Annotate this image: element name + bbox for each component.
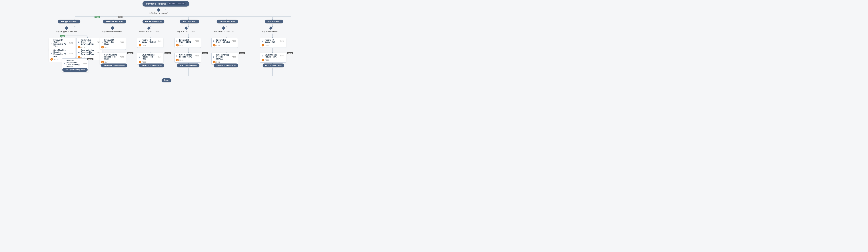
yes-badge-file-types: YES [60, 35, 65, 37]
any-file-types-diamond [65, 26, 68, 30]
sha256-done-node[interactable]: SHA256 Hunting Done [211, 64, 241, 67]
hx-query-md5-box[interactable]: ► FireEye HX Query - MD5 R302 ! R302 [260, 38, 286, 48]
hx-pe-title: FireEye HX Query - Executable PE Type [54, 39, 68, 47]
arrow-save-fn: ► [101, 56, 103, 58]
trigger-label: Playbook Triggered [146, 3, 166, 5]
fireeye-decision[interactable]: Is FireEye HX enabled? [149, 9, 168, 14]
hx-query-filepath-box[interactable]: ► FireEye HX Query - File Path R131 ! R1… [137, 38, 163, 48]
hx-query-sha256-box[interactable]: ► FireEye HX Query - SHA256 R122 ! R122 [211, 38, 238, 48]
md5-label: MD5 Indicators [265, 20, 283, 24]
decision-diamond [157, 8, 160, 12]
any-file-names-diamond [111, 26, 115, 30]
sha256-indicators-node[interactable]: SHA256 Indicators [211, 20, 243, 24]
hx-sha1-title: FireEye HX Query - SHA1 [179, 39, 194, 43]
save-md5-box[interactable]: ► Save Matching Results - MD5 R303 ! R30… [260, 52, 286, 63]
any-md5-diamond [269, 26, 273, 30]
any-file-paths-decision[interactable]: Any file paths to hunt for? [138, 27, 159, 33]
arrow-fn: ► [101, 41, 103, 43]
any-file-paths-label: Any file paths to hunt for? [138, 31, 159, 33]
else-badge-file-name: ELSE [127, 52, 133, 54]
arrow-fp: ► [139, 40, 141, 42]
else-badge-md5: ELSE [287, 52, 293, 54]
arrow-md5: ► [261, 40, 264, 42]
any-md5-decision[interactable]: Any MD5 to hunt for? [262, 27, 280, 33]
any-file-paths-diamond [147, 26, 151, 30]
trigger-badge: Handle / Escalate [168, 2, 186, 5]
else-badge-sha1: ELSE [202, 52, 208, 54]
save-sha256-title: Save Matching Results - SHA256 [216, 54, 231, 60]
arrow-icon: ► [50, 42, 53, 44]
save-sha1-icon: ! [176, 59, 179, 61]
save-fp-title: Save Matching Results - File Path [142, 54, 157, 60]
arrow-remove-dups: ► [63, 62, 66, 65]
md5-done-label: MD5 Hunting Done [263, 64, 284, 67]
save-sha1-title: Save Matching Results - SHA1 [179, 54, 194, 58]
save-sha1-box[interactable]: ► Save Matching Results - SHA1 R181 ! R1… [175, 52, 201, 63]
md5-done-node[interactable]: MD5 Hunting Done [260, 64, 287, 67]
save-dl-title: Save Matching Results - File Download Ty… [81, 49, 96, 55]
any-sha256-diamond [222, 26, 225, 30]
file-type-label: File Type Indicators [58, 20, 80, 24]
hx-md5-title: FireEye HX Query - MD5 [265, 39, 280, 43]
save-fn-title: Save Matching Results - File Name [104, 54, 119, 60]
done-node[interactable]: Done [151, 78, 181, 82]
any-file-types-label: Any file types to hunt for? [56, 31, 77, 33]
file-type-done-label: File Type Hunting Done [62, 68, 88, 72]
save-md5-icon: ! [261, 59, 264, 61]
sha256-label: SHA256 Indicators [217, 20, 238, 24]
save-sha256-box[interactable]: ► Save Matching Results - SHA256 R182 ! … [211, 52, 238, 65]
file-name-done-label: File Name Hunting Done [101, 64, 127, 67]
yes-badge-main: YES [95, 16, 100, 18]
done-label: Done [162, 78, 171, 82]
fireeye-decision-label: Is FireEye HX enabled? [149, 12, 168, 14]
file-name-label: File Name Indicators [103, 20, 126, 24]
arrow-save-sha256: ► [213, 56, 215, 58]
any-file-names-label: Any file names to hunt for? [102, 31, 123, 33]
save-filepath-box[interactable]: ► Save Matching Results - File Path R180… [137, 52, 163, 65]
save-pe-title: Save Matching Results - Executable PE ty… [54, 49, 68, 57]
file-name-indicators-node[interactable]: File Name Indicators [98, 20, 131, 24]
any-sha1-label: Any SHA1 to hunt for? [177, 31, 195, 33]
any-md5-label: Any MD5 to hunt for? [262, 31, 280, 33]
sha1-done-node[interactable]: SHA1 Hunting Done [174, 64, 202, 67]
any-sha256-decision[interactable]: Any SHA256 to hunt for? [214, 27, 234, 33]
hx-fp-title: FireEye HX Query - File Path [142, 39, 157, 43]
any-sha1-decision[interactable]: Any SHA1 to hunt for? [177, 27, 195, 33]
any-sha256-label: Any SHA256 to hunt for? [214, 31, 234, 33]
file-type-indicators-node[interactable]: File Type Indicators [51, 20, 87, 24]
arrow-save-md5: ► [261, 55, 264, 57]
else-badge-file-type: ELSE [87, 58, 93, 60]
any-sha1-diamond [184, 26, 188, 30]
file-path-indicators-node[interactable]: File Path Indicators [137, 20, 170, 24]
hx-dl-title: FireEye HX Query - File Download Type [81, 39, 96, 45]
file-type-done-node[interactable]: File Type Hunting Done [60, 68, 90, 72]
arrow-save-fp: ► [139, 56, 141, 58]
sha1-indicators-node[interactable]: SHA1 Indicators [175, 20, 205, 24]
sha1-done-label: SHA1 Hunting Done [177, 64, 199, 67]
remove-dups-title: Remove Duplications From Matching Result… [66, 60, 82, 68]
md5-status-icon: ! [261, 44, 264, 46]
arrow-save-dl: ► [78, 51, 80, 53]
file-path-done-label: File Path Hunting Done [139, 64, 164, 67]
arrow-icon-dl: ► [78, 41, 80, 43]
file-path-done-node[interactable]: File Path Hunting Done [137, 64, 166, 67]
sha256-status-icon: ! [213, 44, 216, 46]
arrow-save-pe: ► [50, 52, 53, 55]
any-file-types-decision[interactable]: Any file types to hunt for? [56, 27, 77, 33]
sha1-status-icon: ! [176, 44, 179, 46]
sha1-label: SHA1 Indicators [180, 20, 199, 24]
sha256-done-label: SHA256 Hunting Done [214, 64, 238, 67]
any-file-names-decision[interactable]: Any file names to hunt for? [102, 27, 123, 33]
hx-fn-title: FireEye HX Query - File Name [104, 39, 119, 45]
trigger-node[interactable]: Playbook Triggered Handle / Escalate [138, 1, 194, 6]
fn-status-icon: ! [101, 46, 104, 48]
hx-sha256-title: FireEye HX Query - SHA256 [216, 39, 231, 43]
else-badge-sha256: ELSE [239, 52, 245, 54]
hx-query-filename-box[interactable]: ► FireEye HX Query - File Name R113 ! R1… [100, 38, 126, 50]
md5-indicators-node[interactable]: MD5 Indicators [260, 20, 288, 24]
save-md5-title: Save Matching Results - MD5 [265, 54, 280, 58]
save-fn-icon: ! [101, 61, 104, 63]
hx-query-sha1-box[interactable]: ► FireEye HX Query - SHA1 R129 ! R129 [175, 38, 201, 48]
file-name-done-node[interactable]: File Name Hunting Done [100, 64, 129, 67]
save-filename-box[interactable]: ► Save Matching Results - File Name R179… [100, 52, 126, 65]
